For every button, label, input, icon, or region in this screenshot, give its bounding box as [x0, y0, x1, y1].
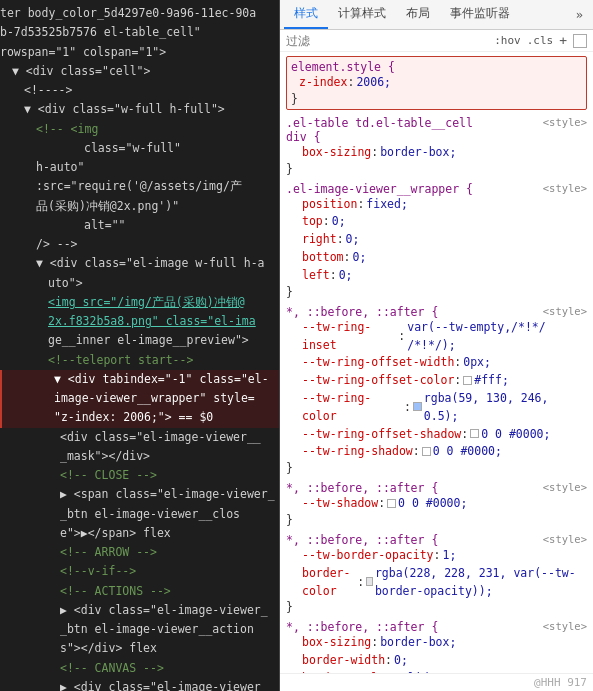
prop-line-4: --tw-ring-offset-shadow: 0 0 #0000;	[286, 426, 587, 444]
prop-line-5: --tw-ring-shadow: 0 0 #0000;	[286, 443, 587, 461]
rule-source: <style>	[543, 116, 587, 130]
source-line-8: h-auto"	[0, 158, 279, 177]
prop-line-0: box-sizing: border-box;	[286, 634, 587, 652]
rule-selector: *, ::before, ::after {	[286, 481, 438, 495]
filter-bar: :hov .cls +	[280, 30, 593, 52]
close-brace: }	[286, 513, 587, 527]
watermark: @HHH 917	[280, 673, 593, 691]
style-rule-3: *, ::before, ::after {<style>--tw-shadow…	[286, 481, 587, 527]
element-style-rule: element.style { z-index : 2006; }	[286, 56, 587, 110]
source-line-28: <!-- ARROW -->	[0, 543, 279, 562]
prop-name-zindex: z-index	[299, 74, 347, 92]
style-rule-2: *, ::before, ::after {<style>--tw-ring-i…	[286, 305, 587, 476]
html-source-panel: ter body_color_5d4297e0-9a96-11ec-90ab-7…	[0, 0, 280, 691]
filter-box[interactable]	[573, 34, 587, 48]
rule-selector-element: element.style {	[291, 60, 582, 74]
prop-line-2: right: 0;	[286, 231, 587, 249]
style-rule-0: .el-table td.el-table__cell<style>div {b…	[286, 116, 587, 176]
style-rule-5: *, ::before, ::after {<style>box-sizing:…	[286, 620, 587, 673]
source-line-27: e">▶</span> flex	[0, 524, 279, 543]
source-line-30: <!-- ACTIONS -->	[0, 582, 279, 601]
source-line-5: ▼ <div class="w-full h-full">	[0, 100, 279, 119]
close-brace: }	[286, 461, 587, 475]
source-line-11: alt=""	[0, 216, 279, 235]
source-line-16: 2x.f832b5a8.png" class="el-ima	[0, 312, 279, 331]
color-swatch	[463, 376, 472, 385]
source-line-9: :src="require('@/assets/img/产	[0, 177, 279, 196]
source-line-4: <!---->	[0, 81, 279, 100]
selector-line: .el-table td.el-table__cell<style>	[286, 116, 587, 130]
color-swatch	[470, 429, 479, 438]
source-line-13: ▼ <div class="el-image w-full h-a	[0, 254, 279, 273]
source-line-0: ter body_color_5d4297e0-9a96-11ec-90a	[0, 4, 279, 23]
color-swatch	[422, 447, 431, 456]
rule-selector: *, ::before, ::after {	[286, 305, 438, 319]
source-line-23: _mask"></div>	[0, 447, 279, 466]
color-swatch	[387, 499, 396, 508]
prop-line-0: position: fixed;	[286, 196, 587, 214]
source-line-32: _btn el-image-viewer__action	[0, 620, 279, 639]
selector-line: *, ::before, ::after {<style>	[286, 305, 587, 319]
source-line-22: <div class="el-image-viewer__	[0, 428, 279, 447]
prop-line-0: --tw-border-opacity: 1;	[286, 547, 587, 565]
tab-styles[interactable]: 样式	[284, 0, 328, 29]
filter-input[interactable]	[286, 35, 488, 47]
source-line-14: uto">	[0, 274, 279, 293]
selector-line: .el-image-viewer__wrapper {<style>	[286, 182, 587, 196]
rule-selector: *, ::before, ::after {	[286, 533, 438, 547]
styles-content: element.style { z-index : 2006; } .el-ta…	[280, 52, 593, 673]
selector-line: *, ::before, ::after {<style>	[286, 481, 587, 495]
source-line-29: <!--v-if-->	[0, 562, 279, 581]
prop-line-1: border-width: 0;	[286, 652, 587, 670]
tab-computed[interactable]: 计算样式	[328, 0, 396, 29]
source-line-10: 品(采购)冲销@2x.png')"	[0, 197, 279, 216]
selector-line: *, ::before, ::after {<style>	[286, 620, 587, 634]
source-line-17: ge__inner el-image__preview">	[0, 331, 279, 350]
prop-line-3: bottom: 0;	[286, 249, 587, 267]
tab-layout[interactable]: 布局	[396, 0, 440, 29]
prop-line-1: border-color: rgba(228, 228, 231, var(--…	[286, 565, 587, 601]
source-line-20: image-viewer__wrapper" style=	[0, 389, 279, 408]
rule-source: <style>	[543, 305, 587, 319]
prop-line-4: left: 0;	[286, 267, 587, 285]
source-line-3: ▼ <div class="cell">	[0, 62, 279, 81]
styles-panel: 样式 计算样式 布局 事件监听器 » :hov .cls + element.s…	[280, 0, 593, 691]
close-brace: }	[286, 600, 587, 614]
source-line-31: ▶ <div class="el-image-viewer_	[0, 601, 279, 620]
prop-line-1: --tw-ring-offset-width: 0px;	[286, 354, 587, 372]
rule-selector: .el-table td.el-table__cell	[286, 116, 473, 130]
style-rule-1: .el-image-viewer__wrapper {<style>positi…	[286, 182, 587, 299]
rule-selector2: div {	[286, 130, 587, 144]
prop-line-0: box-sizing: border-box;	[286, 144, 587, 162]
tab-events[interactable]: 事件监听器	[440, 0, 520, 29]
filter-plus[interactable]: +	[559, 33, 567, 48]
rule-source: <style>	[543, 182, 587, 196]
source-line-18: <!--teleport start-->	[0, 351, 279, 370]
rule-selector: *, ::before, ::after {	[286, 620, 438, 634]
style-rule-4: *, ::before, ::after {<style>--tw-border…	[286, 533, 587, 614]
prop-value-zindex: 2006;	[356, 74, 391, 92]
rule-close-brace: }	[291, 92, 582, 106]
source-line-15: <img src="/img/产品(采购)冲销@	[0, 293, 279, 312]
prop-line-0: --tw-ring-inset: var(--tw-empty,/*!*/ /*…	[286, 319, 587, 355]
close-brace: }	[286, 285, 587, 299]
rule-selector: .el-image-viewer__wrapper {	[286, 182, 473, 196]
color-swatch	[413, 402, 422, 411]
selector-line: *, ::before, ::after {<style>	[286, 533, 587, 547]
prop-line-3: --tw-ring-color: rgba(59, 130, 246, 0.5)…	[286, 390, 587, 426]
close-brace: }	[286, 162, 587, 176]
prop-line-0: --tw-shadow: 0 0 #0000;	[286, 495, 587, 513]
more-tabs[interactable]: »	[570, 3, 589, 27]
filter-hov[interactable]: :hov	[494, 34, 521, 47]
tabs-bar: 样式 计算样式 布局 事件监听器 »	[280, 0, 593, 30]
rule-source: <style>	[543, 620, 587, 634]
source-line-7: class="w-full"	[0, 139, 279, 158]
source-line-25: ▶ <span class="el-image-viewer_	[0, 485, 279, 504]
prop-line-1: top: 0;	[286, 213, 587, 231]
source-line-1: b-7d53525b7576 el-table_cell"	[0, 23, 279, 42]
source-line-21: "z-index: 2006;"> == $0	[0, 408, 279, 427]
rule-source: <style>	[543, 533, 587, 547]
filter-cls[interactable]: .cls	[527, 34, 554, 47]
rule-source: <style>	[543, 481, 587, 495]
source-line-33: s"></div> flex	[0, 639, 279, 658]
